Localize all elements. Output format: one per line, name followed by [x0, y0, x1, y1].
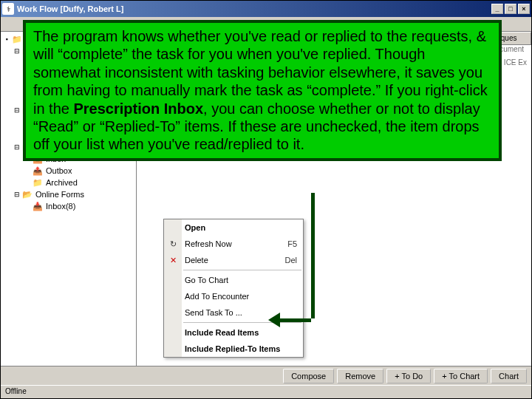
context-menu-label: Open [185, 223, 205, 232]
context-menu-item[interactable]: Include Read Items [164, 324, 303, 341]
bottom-toolbar: Compose Remove + To Do + To Chart Chart [1, 366, 531, 385]
tochart-button[interactable]: + To Chart [434, 369, 488, 383]
tree-item[interactable]: 📁Archived [23, 177, 134, 188]
context-menu-label: Go To Chart [185, 276, 228, 284]
context-menu-label: Refresh Now [185, 239, 232, 248]
context-menu: Open↻Refresh NowF5✕DeleteDelGo To ChartA… [163, 219, 304, 358]
inbox-icon: 📥 [32, 201, 44, 211]
context-menu-label: Include Read Items [185, 328, 259, 337]
context-menu-icon: ↻ [167, 239, 179, 249]
folder-icon: 📁 [11, 34, 23, 44]
context-menu-icon: ✕ [167, 256, 179, 265]
outbox-icon: 📤 [32, 166, 44, 176]
context-menu-shortcut: F5 [287, 239, 297, 248]
context-menu-label: Add To Encounter [185, 292, 249, 301]
context-menu-item[interactable]: ✕DeleteDel [164, 252, 303, 268]
context-menu-item[interactable]: Go To Chart [164, 272, 303, 288]
context-menu-separator [183, 322, 301, 323]
tree-group[interactable]: ⊟📂Online Forms [13, 188, 134, 200]
tutorial-bold: Prescription Inbox [73, 100, 203, 117]
compose-button[interactable]: Compose [283, 369, 334, 383]
todo-button[interactable]: + To Do [386, 369, 431, 383]
context-menu-item[interactable]: ↻Refresh NowF5 [164, 236, 303, 252]
chart-button[interactable]: Chart [491, 369, 527, 383]
context-menu-label: Include Replied-To Items [185, 344, 280, 353]
context-menu-item[interactable]: Add To Encounter [164, 288, 303, 304]
remove-button[interactable]: Remove [337, 369, 383, 383]
app-window: ⚕ Work Flow [Duffy, Robert L] _ □ × Docu… [0, 0, 532, 399]
folder-icon: 📂 [21, 189, 33, 200]
status-text: Offline [5, 387, 27, 395]
titlebar: ⚕ Work Flow [Duffy, Robert L] _ □ × [1, 1, 531, 17]
context-menu-item[interactable]: Include Replied-To Items [164, 341, 303, 357]
context-menu-item[interactable]: Open [164, 219, 303, 236]
app-icon: ⚕ [2, 3, 14, 15]
tree-item[interactable]: 📤Outbox [23, 165, 134, 177]
window-title: Work Flow [Duffy, Robert L] [17, 4, 491, 13]
tutorial-overlay: The program knows whether you've read or… [23, 20, 502, 161]
tree-item[interactable]: 📥Inbox(8) [23, 200, 134, 212]
folder-icon: 📁 [32, 177, 44, 188]
maximize-button[interactable]: □ [505, 4, 516, 14]
context-menu-separator [183, 270, 301, 270]
minimize-button[interactable]: _ [491, 4, 503, 14]
context-menu-label: Delete [185, 256, 208, 265]
statusbar: Offline [1, 385, 531, 398]
context-menu-shortcut: Del [284, 256, 297, 265]
close-button[interactable]: × [518, 4, 530, 14]
context-menu-label: Send Task To ... [185, 308, 242, 317]
